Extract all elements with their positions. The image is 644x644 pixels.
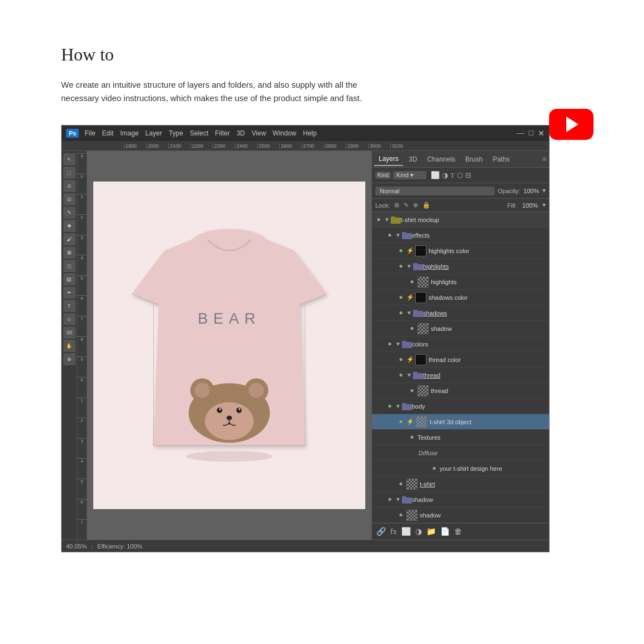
opacity-arrow[interactable]: ▾ (542, 187, 546, 195)
layer-eye-icon[interactable]: ● (385, 495, 394, 504)
add-mask-icon[interactable]: ⬜ (401, 527, 411, 536)
layer-eye-icon[interactable]: ● (396, 355, 405, 364)
filter-pixel-icon[interactable]: ⬜ (431, 171, 440, 180)
tool-hand[interactable]: ✋ (63, 340, 76, 352)
fill-value[interactable]: 100% (522, 202, 538, 209)
layer-eye-icon[interactable]: ● (396, 262, 405, 271)
add-adjustment-icon[interactable]: ◑ (415, 527, 422, 536)
layer-body-group[interactable]: ● ▼ body (372, 399, 549, 414)
layer-eye-icon[interactable]: ● (396, 511, 405, 520)
tool-eyedrop[interactable]: ✎ (63, 207, 76, 219)
fill-arrow[interactable]: ▾ (542, 201, 546, 209)
lock-image-icon[interactable]: ✎ (404, 202, 409, 209)
tool-clone[interactable]: ⊠ (63, 246, 76, 259)
tool-brush[interactable]: 🖌 (63, 233, 76, 245)
layer-shadow[interactable]: ● shadow (372, 507, 549, 523)
menu-window[interactable]: Window (273, 129, 296, 137)
minimize-icon[interactable]: — (517, 129, 525, 138)
tool-gradient[interactable]: ▤ (63, 273, 76, 285)
layer-effects[interactable]: ● ▼ effects (372, 228, 549, 243)
tool-pen[interactable]: ✒ (63, 286, 76, 299)
tab-3d[interactable]: 3D (404, 153, 421, 165)
menu-file[interactable]: File (84, 129, 95, 137)
tab-channels[interactable]: Channels (422, 153, 460, 165)
youtube-button[interactable] (549, 109, 593, 140)
add-layer-icon[interactable]: 📄 (440, 527, 450, 536)
menu-image[interactable]: Image (120, 129, 139, 137)
tool-move[interactable]: ↖ (63, 153, 76, 165)
layer-eye-icon[interactable]: ● (396, 246, 405, 255)
layer-tshirt-3d[interactable]: ● ⚡ t-shirt 3d object (372, 414, 549, 430)
filter-type-icon[interactable]: T (450, 171, 455, 180)
fx-icon[interactable]: fx (390, 527, 397, 536)
lock-transparent-icon[interactable]: ⊞ (394, 202, 399, 209)
layer-highlights[interactable]: ● highlights (372, 274, 549, 290)
layer-eye-icon[interactable]: ● (396, 309, 405, 318)
maximize-icon[interactable]: □ (529, 129, 534, 138)
lock-position-icon[interactable]: ⊕ (413, 202, 418, 209)
menu-edit[interactable]: Edit (102, 129, 114, 137)
layer-thread[interactable]: ● thread (372, 383, 549, 399)
menu-help[interactable]: Help (303, 129, 317, 137)
layer-eye-icon[interactable]: ● (396, 293, 405, 302)
filter-smart-icon[interactable]: ⊟ (465, 171, 471, 180)
layer-expand-arrow[interactable]: ▼ (406, 263, 412, 269)
layer-thread-color[interactable]: ● ⚡ thread color (372, 352, 549, 368)
layer-thread-group[interactable]: ● ▼ thread (372, 368, 549, 383)
link-layers-icon[interactable]: 🔗 (376, 527, 386, 536)
layer-highlights-color[interactable]: ● ⚡ highlights color (372, 243, 549, 259)
layer-expand-arrow[interactable]: ▼ (406, 372, 412, 378)
layer-shadows-group[interactable]: ● ▼ shadows (372, 305, 549, 321)
tab-layers[interactable]: Layers (374, 153, 403, 166)
layer-shadow-under-shadows[interactable]: ● shadow (372, 321, 549, 336)
layer-eye-icon[interactable]: ● (396, 480, 405, 489)
tab-paths[interactable]: Paths (488, 153, 514, 165)
tool-select[interactable]: ⬚ (63, 167, 76, 179)
layer-colors-group[interactable]: ● ▼ colors (372, 336, 549, 352)
layer-eye-icon[interactable]: ● (385, 340, 394, 349)
lock-all-icon[interactable]: 🔒 (422, 202, 430, 209)
tool-3d[interactable]: 3D (63, 326, 76, 339)
tab-brush[interactable]: Brush (461, 153, 487, 165)
delete-layer-icon[interactable]: 🗑 (454, 527, 462, 536)
layer-shadows-color[interactable]: ● ⚡ shadows color (372, 290, 549, 305)
layer-diffuse[interactable]: Diffuse (372, 445, 549, 461)
layer-eye-icon[interactable]: ● (430, 464, 439, 473)
layer-eye-icon[interactable]: ● (407, 324, 416, 333)
menu-select[interactable]: Select (190, 129, 208, 137)
filter-adjustment-icon[interactable]: ◑ (442, 171, 448, 180)
layer-highlights-group[interactable]: ● ▼ highlights (372, 259, 549, 274)
layer-eye-icon[interactable]: ● (396, 371, 405, 380)
blend-mode-dropdown[interactable]: Normal (375, 187, 495, 195)
layer-textures[interactable]: ● Textures (372, 430, 549, 445)
layer-expand-arrow[interactable]: ▼ (395, 496, 401, 502)
tool-lasso[interactable]: ⊙ (63, 180, 76, 192)
tool-path[interactable]: ◇ (63, 313, 76, 325)
layer-expand-arrow[interactable]: ▼ (406, 310, 412, 316)
layer-expand-arrow[interactable]: ▼ (384, 217, 390, 223)
add-group-icon[interactable]: 📁 (426, 527, 436, 536)
kind-dropdown[interactable]: Kind ▾ (393, 171, 426, 179)
tool-crop[interactable]: ⊡ (63, 193, 76, 205)
layer-expand-arrow[interactable]: ▼ (395, 341, 401, 347)
panel-menu-icon[interactable]: ≡ (542, 155, 547, 164)
tool-zoom[interactable]: ⊕ (63, 353, 76, 365)
layer-tshirt[interactable]: ● t-shirt (372, 476, 549, 492)
close-icon[interactable]: ✕ (538, 129, 545, 138)
layer-eye-icon[interactable]: ● (385, 231, 394, 240)
opacity-value[interactable]: 100% (524, 188, 539, 194)
layer-design-here[interactable]: ● your t-shirt design here (372, 461, 549, 476)
menu-3d[interactable]: 3D (237, 129, 245, 137)
layer-eye-icon[interactable]: ● (407, 278, 416, 286)
menu-layer[interactable]: Layer (145, 129, 162, 137)
layer-eye-icon[interactable]: ● (407, 433, 416, 442)
layer-expand-arrow[interactable]: ▼ (395, 232, 401, 238)
menu-view[interactable]: View (251, 129, 266, 137)
menu-type[interactable]: Type (169, 129, 183, 137)
tool-text[interactable]: T (63, 300, 76, 312)
layer-tshirt-mockup[interactable]: ● ▼ t-shirt mockup (372, 212, 549, 228)
menu-filter[interactable]: Filter (215, 129, 230, 137)
layer-expand-arrow[interactable]: ▼ (395, 403, 401, 409)
layer-shadow-group[interactable]: ● ▼ shadow (372, 492, 549, 507)
layer-eye-icon[interactable]: ● (374, 215, 383, 224)
